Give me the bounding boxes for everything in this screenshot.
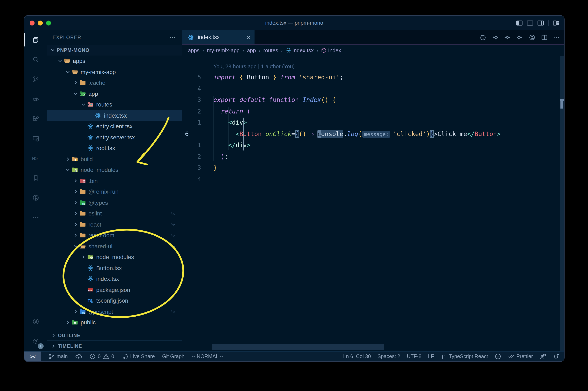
- close-tab-icon[interactable]: ×: [247, 34, 250, 41]
- indent-guide: [243, 118, 244, 151]
- status-language-mode[interactable]: {}TypeScript React: [441, 352, 488, 361]
- status-feedback[interactable]: [539, 352, 546, 361]
- tree-item-index.tsx[interactable]: index.tsx: [47, 110, 182, 121]
- outline-section[interactable]: OUTLINE: [47, 330, 182, 340]
- chevron-right-icon: [80, 255, 86, 260]
- toggle-panel-icon[interactable]: [527, 19, 533, 26]
- react-icon: [86, 276, 94, 282]
- activity-nx-console[interactable]: N≥: [24, 148, 47, 168]
- code-line[interactable]: 2 );: [182, 151, 564, 162]
- tree-item-index.tsx[interactable]: index.tsx: [47, 273, 182, 284]
- activity-accounts[interactable]: [24, 312, 47, 331]
- status-indentation[interactable]: Spaces: 2: [378, 352, 400, 361]
- tree-item-tsconfig.json[interactable]: TStsconfig.json: [47, 295, 182, 306]
- explorer-more-actions-icon[interactable]: ⋯: [169, 34, 176, 41]
- tree-item-Button.tsx[interactable]: Button.tsx: [47, 263, 182, 273]
- next-change-icon[interactable]: [516, 34, 523, 40]
- history-icon[interactable]: [480, 34, 486, 40]
- more-actions-icon[interactable]: [553, 34, 560, 40]
- tree-item-package.json[interactable]: npmpackage.json: [47, 284, 182, 295]
- tree-item-build[interactable]: build: [47, 154, 182, 165]
- prev-change-icon[interactable]: [492, 34, 498, 40]
- activity-settings[interactable]: 1: [24, 331, 47, 351]
- status-encoding[interactable]: UTF-8: [407, 352, 421, 361]
- tree-item-routes[interactable]: routes: [47, 99, 182, 110]
- activity-explorer[interactable]: [24, 30, 47, 50]
- status-git-branch[interactable]: main: [48, 352, 68, 361]
- tree-item-entry.server.tsx[interactable]: entry.server.tsx: [47, 132, 182, 143]
- remote-indicator[interactable]: ><: [24, 352, 40, 361]
- status-prettier[interactable]: Prettier: [508, 352, 533, 361]
- tree-item-@remix-run[interactable]: @remix-run: [47, 186, 182, 197]
- toggle-secondary-sidebar-icon[interactable]: [537, 19, 544, 26]
- code-line[interactable]: 2 return (: [182, 106, 564, 117]
- customize-layout-icon[interactable]: [553, 19, 559, 26]
- activity-remote-explorer[interactable]: [24, 129, 47, 148]
- tree-item-.bin[interactable]: 0110.bin: [47, 175, 182, 186]
- status-bar: ><main00Live ShareGit Graph-- NORMAL -- …: [24, 351, 564, 361]
- tree-root-pnpm-mono[interactable]: PNPM-MONO: [47, 45, 182, 56]
- code-line[interactable]: 4: [182, 83, 564, 95]
- breadcrumb-item-Index[interactable]: Index: [321, 47, 341, 53]
- breadcrumb-item-routes[interactable]: routes: [263, 47, 278, 53]
- split-editor-icon[interactable]: [541, 34, 548, 40]
- code-line[interactable]: 1 </div>: [182, 140, 564, 151]
- tree-item-root.tsx[interactable]: root.tsx: [47, 143, 182, 154]
- breadcrumb-item-my-remix-app[interactable]: my-remix-app: [207, 47, 240, 53]
- tree-item-node_modules[interactable]: jsnode_modules: [47, 252, 182, 263]
- status-cursor-position[interactable]: Ln 6, Col 30: [343, 352, 371, 361]
- horizontal-scrollbar[interactable]: [212, 344, 384, 350]
- close-window-button[interactable]: [30, 20, 35, 25]
- tree-item-eslint[interactable]: eslint: [47, 208, 182, 219]
- tree-item-@types[interactable]: TS@types: [47, 197, 182, 208]
- settings-badge: 1: [38, 343, 44, 349]
- tree-item-react-dom[interactable]: react-dom: [47, 230, 182, 241]
- timeline-section[interactable]: TIMELINE: [47, 340, 182, 351]
- breadcrumb-item-index.tsx[interactable]: index.tsx: [286, 47, 314, 53]
- activity-bookmarks[interactable]: [24, 168, 47, 188]
- code-editor[interactable]: You, 23 hours ago | 1 author (You) 5impo…: [182, 56, 564, 351]
- code-line[interactable]: 4: [182, 174, 564, 185]
- status-eol[interactable]: LF: [428, 352, 434, 361]
- minimize-window-button[interactable]: [38, 20, 43, 25]
- activity-source-control[interactable]: [24, 70, 47, 89]
- status-live-share[interactable]: Live Share: [121, 352, 155, 361]
- tree-item-shared-ui[interactable]: shared-ui: [47, 241, 182, 252]
- breadcrumb-item-apps[interactable]: apps: [188, 47, 199, 53]
- chevron-right-icon: [72, 80, 79, 85]
- chevron-down-icon: [65, 70, 71, 74]
- activity-extensions[interactable]: [24, 109, 47, 129]
- breadcrumb-item-app[interactable]: app: [247, 47, 256, 53]
- status-vim-mode[interactable]: -- NORMAL --: [192, 352, 223, 361]
- compare-icon[interactable]: [504, 34, 511, 40]
- activity-gitlens[interactable]: [24, 188, 47, 208]
- chevron-right-icon: [72, 222, 79, 227]
- gitlens-graph-icon[interactable]: [529, 34, 535, 40]
- toggle-primary-sidebar-icon[interactable]: [516, 19, 523, 26]
- tree-item-public[interactable]: public: [47, 317, 182, 328]
- status-github[interactable]: [494, 352, 501, 361]
- code-line[interactable]: 5import { Button } from 'shared-ui';: [182, 72, 564, 83]
- tree-item-app[interactable]: app: [47, 88, 182, 99]
- status-notifications[interactable]: [553, 352, 559, 361]
- status-git-graph[interactable]: Git Graph: [162, 352, 185, 361]
- activity-search[interactable]: [24, 50, 47, 70]
- tree-item-typescript[interactable]: TStypescript: [47, 306, 182, 317]
- tree-item-apps[interactable]: apps: [47, 56, 182, 66]
- tab-index-tsx[interactable]: index.tsx ×: [182, 30, 255, 44]
- zoom-window-button[interactable]: [46, 20, 51, 25]
- tree-item-entry.client.tsx[interactable]: entry.client.tsx: [47, 121, 182, 132]
- activity-more-views[interactable]: [24, 208, 47, 227]
- vertical-scrollbar[interactable]: [560, 56, 564, 351]
- status-problems[interactable]: 00: [89, 352, 114, 361]
- tree-item-react[interactable]: react: [47, 219, 182, 230]
- code-line[interactable]: 3export default function Index() {: [182, 95, 564, 106]
- tree-item-my-remix-app[interactable]: my-remix-app: [47, 66, 182, 77]
- activity-run-debug[interactable]: [24, 89, 47, 109]
- code-line[interactable]: 6 <Button onClick={() ⇒ console.log(mess…: [182, 128, 564, 140]
- code-line[interactable]: 1 <div>: [182, 117, 564, 128]
- code-line[interactable]: 3}: [182, 162, 564, 174]
- tree-item-.cache[interactable]: .cache: [47, 77, 182, 88]
- tree-item-node_modules[interactable]: jsnode_modules: [47, 165, 182, 175]
- status-sync[interactable]: [75, 352, 82, 361]
